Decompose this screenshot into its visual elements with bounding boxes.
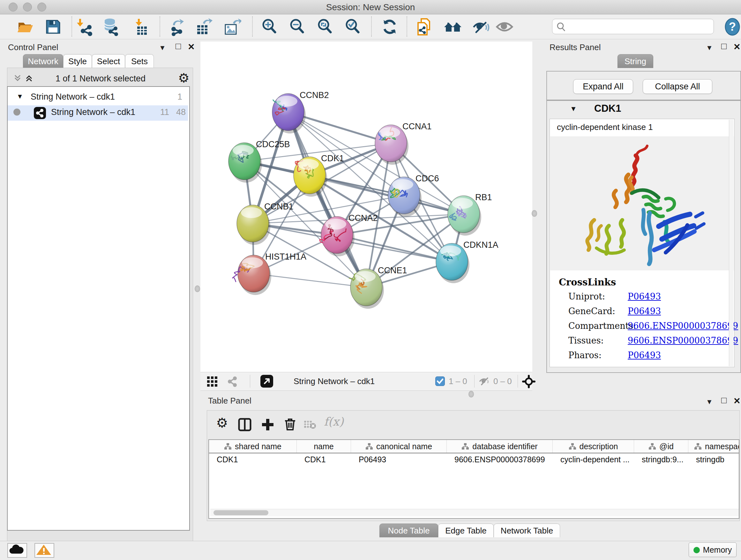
network-node-ccnb2[interactable]: CCNB2: [272, 90, 329, 133]
collapse-all-button[interactable]: Collapse All: [643, 79, 712, 94]
birds-eye-view-icon[interactable]: [206, 375, 218, 388]
network-share-icon[interactable]: [226, 375, 239, 388]
show-columns-icon[interactable]: [238, 418, 252, 432]
memory-button[interactable]: Memory: [689, 543, 737, 557]
float-panel-icon[interactable]: □: [721, 395, 727, 406]
table-cell[interactable]: stringdb: [688, 453, 739, 465]
delete-column-trash-icon[interactable]: [283, 417, 297, 431]
collapse-triangle-icon[interactable]: ▼: [17, 92, 23, 100]
tab-network[interactable]: Network: [23, 54, 63, 68]
table-options-gear-icon[interactable]: ⚙: [216, 415, 228, 431]
close-panel-icon[interactable]: ✕: [188, 42, 195, 52]
refresh-icon[interactable]: [381, 17, 399, 36]
expand-all-button[interactable]: Expand All: [573, 79, 633, 94]
add-column-icon[interactable]: [261, 418, 275, 432]
crosslink-row: Uniprot:P06493: [550, 292, 734, 306]
zoom-fit-icon[interactable]: [316, 17, 334, 36]
export-image-icon[interactable]: [223, 17, 241, 36]
hide-selected-icon[interactable]: [472, 17, 490, 36]
column-header-name[interactable]: name: [297, 440, 351, 453]
panel-menu-icon[interactable]: ▼: [159, 44, 166, 52]
panel-menu-icon[interactable]: ▼: [706, 44, 713, 52]
show-all-icon[interactable]: [495, 17, 514, 36]
home-icon[interactable]: [444, 17, 462, 36]
table-cell[interactable]: 9606.ENSP00000378699: [447, 453, 553, 465]
table-cell[interactable]: CDK1: [297, 453, 351, 465]
network-node-rb1[interactable]: RB1: [448, 192, 492, 236]
network-node-ccnb1[interactable]: CCNB1: [237, 202, 293, 245]
column-header--id[interactable]: @id: [634, 440, 688, 453]
network-row[interactable]: String Network – cdk1 11 48: [8, 105, 188, 121]
column-header-canonical-name[interactable]: canonical name: [351, 440, 447, 453]
crosslink-value-link[interactable]: 9606.ENSP00000378699: [628, 321, 738, 331]
open-in-window-icon[interactable]: [260, 375, 273, 388]
warning-button[interactable]: [35, 543, 54, 558]
tab-edge-table[interactable]: Edge Table: [438, 523, 494, 537]
column-header-shared-name[interactable]: shared name: [209, 440, 297, 453]
crosslink-value-link[interactable]: P06493: [628, 350, 661, 360]
network-canvas[interactable]: CCNB2CCNA1CDC25BCDK1CDC6RB1CCNB1CCNA2CDK…: [200, 42, 532, 372]
import-string-icon[interactable]: [415, 17, 434, 36]
table-cell[interactable]: P06493: [351, 453, 447, 465]
right-splitter-handle[interactable]: [532, 210, 537, 217]
zoom-in-icon[interactable]: [260, 17, 279, 36]
zoom-selected-icon[interactable]: [344, 17, 362, 36]
tab-sets[interactable]: Sets: [125, 54, 154, 68]
protein-structure-image: [550, 136, 734, 270]
save-session-icon[interactable]: [44, 17, 62, 36]
help-icon[interactable]: ?: [723, 17, 741, 36]
export-network-icon[interactable]: [169, 17, 187, 36]
table-cell[interactable]: cyclin-dependent ...: [553, 453, 634, 465]
selected-checkbox-icon[interactable]: [435, 376, 445, 386]
table-cell[interactable]: stringdb:9...: [634, 453, 688, 465]
zoom-out-icon[interactable]: [288, 17, 307, 36]
crosslink-value-link[interactable]: P06493: [628, 306, 661, 316]
node-table[interactable]: shared namenamecanonical namedatabase id…: [208, 439, 739, 519]
gear-icon[interactable]: ⚙: [178, 71, 190, 85]
table-cell[interactable]: CDK1: [209, 453, 297, 465]
table-panel-title: Table Panel: [208, 396, 252, 406]
search-field[interactable]: [552, 19, 714, 34]
results-scrollbar[interactable]: [729, 120, 734, 366]
column-header-namespace[interactable]: namespace: [688, 440, 739, 453]
expand-all-icon[interactable]: [24, 73, 34, 83]
left-splitter-handle[interactable]: [195, 286, 200, 292]
close-panel-icon[interactable]: ✕: [733, 396, 741, 406]
import-network-database-icon[interactable]: [102, 17, 121, 36]
collapse-triangle-icon[interactable]: ▼: [570, 105, 577, 113]
column-header-description[interactable]: description: [553, 440, 634, 453]
open-session-icon[interactable]: [16, 17, 35, 36]
network-node-ccne1[interactable]: CCNE1: [349, 266, 407, 309]
import-table-icon[interactable]: [133, 17, 151, 36]
collapse-all-icon[interactable]: [13, 73, 22, 83]
float-panel-icon[interactable]: □: [176, 41, 181, 51]
panel-menu-icon[interactable]: ▼: [706, 398, 713, 406]
column-header-database-identifier[interactable]: database identifier: [447, 440, 553, 453]
network-node-ccna1[interactable]: CCNA1: [375, 122, 432, 165]
close-panel-icon[interactable]: ✕: [733, 42, 741, 52]
network-node-cdkn1a[interactable]: CDKN1A: [436, 240, 498, 283]
tab-select[interactable]: Select: [92, 54, 125, 68]
network-node-ccna2[interactable]: CCNA2: [320, 213, 378, 256]
float-panel-icon[interactable]: □: [721, 41, 727, 51]
tab-node-table[interactable]: Node Table: [380, 523, 438, 537]
crosslink-value-link[interactable]: 9606.ENSP00000378699: [628, 335, 738, 346]
scrollbar-thumb[interactable]: [213, 510, 268, 515]
table-horizontal-scrollbar[interactable]: [210, 509, 739, 516]
cloud-button[interactable]: [7, 543, 27, 558]
search-input[interactable]: [569, 20, 711, 32]
highlight-selected-icon[interactable]: [522, 375, 536, 388]
network-node-hist1h1a[interactable]: HIST1H1A: [232, 252, 307, 295]
import-network-file-icon[interactable]: [77, 17, 95, 36]
crosslink-value-link[interactable]: P06493: [628, 292, 661, 301]
crosslink-label: Uniprot:: [568, 292, 605, 301]
tab-network-table[interactable]: Network Table: [494, 523, 560, 537]
tab-string[interactable]: String: [617, 54, 653, 68]
export-table-icon[interactable]: [195, 17, 213, 36]
crosslink-label: GeneCard:: [568, 306, 615, 316]
node-label: CDK1: [321, 153, 344, 163]
table-row[interactable]: CDK1CDK1P064939606.ENSP00000378699cyclin…: [209, 453, 739, 465]
tab-style[interactable]: Style: [63, 54, 92, 68]
node-label: CCNB2: [300, 90, 329, 100]
network-collection-row[interactable]: ▼ String Network – cdk1 1: [8, 90, 188, 105]
